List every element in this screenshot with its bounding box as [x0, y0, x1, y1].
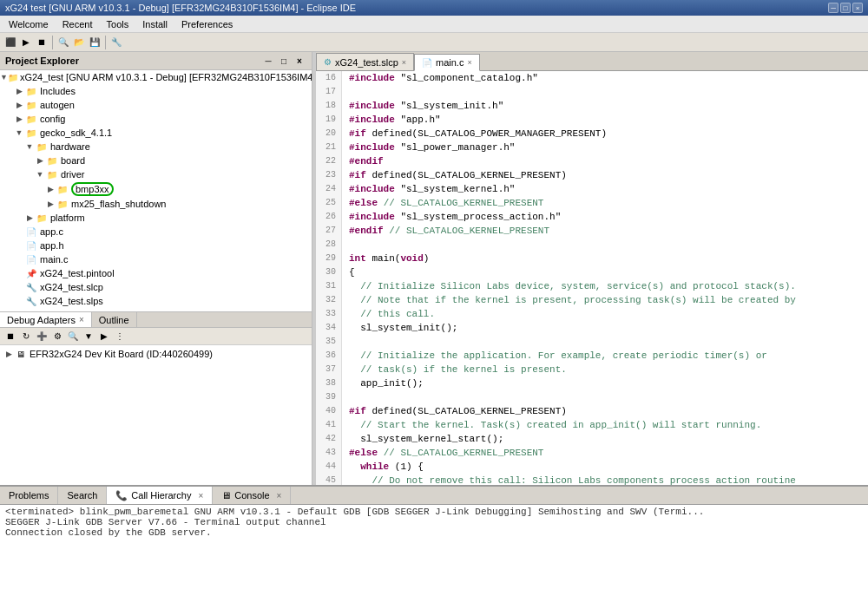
- menu-recent[interactable]: Recent: [56, 17, 100, 31]
- tree-config[interactable]: ▶ 📁 config: [0, 112, 312, 126]
- line-content[interactable]: #include "sl_system_init.h": [342, 99, 868, 113]
- tree-hardware[interactable]: ▼ 📁 hardware: [0, 140, 312, 154]
- line-content[interactable]: int main(void): [342, 252, 868, 265]
- line-content[interactable]: while (1) {: [342, 460, 868, 474]
- search-tab[interactable]: Search: [58, 487, 107, 504]
- line-content[interactable]: #include "app.h": [342, 113, 868, 127]
- line-content[interactable]: #else // SL_CATALOG_KERNEL_PRESENT: [342, 446, 868, 460]
- tab-main-c-close[interactable]: ×: [467, 58, 471, 67]
- line-content[interactable]: #endif // SL_CATALOG_KERNEL_PRESENT: [342, 224, 868, 238]
- line-number: 32: [316, 293, 342, 307]
- config-icon: 📁: [24, 113, 38, 125]
- code-line-42: 42 sl_system_kernel_start();: [316, 432, 868, 446]
- tree-slcp[interactable]: 🔧 xG24_test.slcp: [0, 280, 312, 294]
- line-content[interactable]: // Start the kernel. Task(s) created in …: [342, 418, 868, 432]
- tree-slps[interactable]: 🔧 xG24_test.slps: [0, 294, 312, 308]
- debug-menu-icon[interactable]: ⋮: [113, 330, 127, 344]
- line-content[interactable]: #include "sl_component_catalog.h": [342, 71, 868, 85]
- platform-arrow: ▶: [24, 213, 35, 222]
- problems-tab[interactable]: Problems: [0, 487, 58, 504]
- tab-slcp-close[interactable]: ×: [402, 58, 406, 67]
- tab-main-c[interactable]: 📄 main.c ×: [414, 54, 480, 71]
- line-content[interactable]: [342, 85, 868, 99]
- tab-slcp-label: xG24_test.slcp: [335, 57, 398, 68]
- tree-main-c[interactable]: 📄 main.c: [0, 252, 312, 266]
- console-line-2: SEGGER J-Link GDB Server V7.66 - Termina…: [5, 517, 863, 527]
- line-content[interactable]: // Initialize the application. For examp…: [342, 349, 868, 363]
- tree-includes[interactable]: ▶ 📁 Includes: [0, 84, 312, 98]
- tree-gecko-sdk[interactable]: ▼ 📁 gecko_sdk_4.1.1: [0, 126, 312, 140]
- toolbar-icon-5[interactable]: 📂: [72, 36, 86, 49]
- debug-refresh-icon[interactable]: ↻: [19, 330, 33, 344]
- line-content[interactable]: [342, 390, 868, 404]
- toolbar-icon-3[interactable]: ⏹: [35, 36, 49, 49]
- tree-driver[interactable]: ▼ 📁 driver: [0, 167, 312, 181]
- tree-mx25[interactable]: ▶ 📁 mx25_flash_shutdown: [0, 197, 312, 211]
- main-area: Project Explorer ─ □ × ▼ 📁 xG24_test [GN…: [0, 52, 868, 485]
- debug-expand-icon[interactable]: ▶: [97, 330, 111, 344]
- line-content[interactable]: #include "sl_power_manager.h": [342, 141, 868, 154]
- explorer-close-icon[interactable]: ×: [293, 54, 306, 68]
- line-content[interactable]: #else // SL_CATALOG_KERNEL_PRESENT: [342, 196, 868, 210]
- call-hierarchy-tab[interactable]: 📞 Call Hierarchy ×: [107, 487, 213, 504]
- line-content[interactable]: #endif: [342, 154, 868, 168]
- toolbar-icon-2[interactable]: ▶: [19, 36, 33, 49]
- maximize-button[interactable]: □: [840, 3, 851, 13]
- line-content[interactable]: sl_system_init();: [342, 321, 868, 335]
- tree-app-c[interactable]: 📄 app.c: [0, 225, 312, 239]
- line-content[interactable]: {: [342, 265, 868, 279]
- debug-filter-icon[interactable]: 🔍: [66, 330, 80, 344]
- line-number: 22: [316, 154, 342, 168]
- line-content[interactable]: [342, 335, 868, 349]
- menu-tools[interactable]: Tools: [100, 17, 136, 31]
- line-content[interactable]: [342, 238, 868, 252]
- line-content[interactable]: // Do not remove this call: Silicon Labs…: [342, 474, 868, 485]
- toolbar-icon-4[interactable]: 🔍: [56, 36, 70, 49]
- explorer-maximize-icon[interactable]: □: [277, 54, 291, 68]
- bottom-left-panel: Debug Adapters × Outline ⏹ ↻ ➕ ⚙ 🔍 ▼ ▶ ⋮: [0, 311, 312, 485]
- code-editor[interactable]: 16#include "sl_component_catalog.h"17 18…: [316, 71, 868, 485]
- menu-preferences[interactable]: Preferences: [174, 17, 240, 31]
- line-content[interactable]: // Note that if the kernel is present, p…: [342, 293, 868, 307]
- tree-platform[interactable]: ▶ 📁 platform: [0, 211, 312, 225]
- line-content[interactable]: // task(s) if the kernel is present.: [342, 363, 868, 376]
- tab-slcp[interactable]: ⚙ xG24_test.slcp ×: [316, 53, 414, 70]
- app-c-label: app.c: [40, 226, 63, 237]
- menu-welcome[interactable]: Welcome: [2, 17, 56, 31]
- toolbar-icon-7[interactable]: 🔧: [109, 36, 123, 49]
- tree-board[interactable]: ▶ 📁 board: [0, 154, 312, 167]
- debug-board-item[interactable]: ▶ 🖥 EFR32xG24 Dev Kit Board (ID:44026049…: [3, 347, 308, 361]
- tree-app-h[interactable]: 📄 app.h: [0, 239, 312, 252]
- line-content[interactable]: #include "sl_system_process_action.h": [342, 210, 868, 224]
- menu-install[interactable]: Install: [135, 17, 174, 31]
- tree-autogen[interactable]: ▶ 📁 autogen: [0, 98, 312, 112]
- toolbar-icon-6[interactable]: 💾: [88, 36, 102, 49]
- line-content[interactable]: #if defined(SL_CATALOG_POWER_MANAGER_PRE…: [342, 127, 868, 141]
- debug-stop-icon[interactable]: ⏹: [3, 330, 17, 344]
- debug-add-icon[interactable]: ➕: [35, 330, 49, 344]
- tree-root[interactable]: ▼ 📁 xG24_test [GNU ARM v10.3.1 - Debug] …: [0, 70, 312, 84]
- line-content[interactable]: #include "sl_system_kernel.h": [342, 182, 868, 196]
- line-content[interactable]: #if defined(SL_CATALOG_KERNEL_PRESENT): [342, 404, 868, 418]
- project-tree[interactable]: ▼ 📁 xG24_test [GNU ARM v10.3.1 - Debug] …: [0, 70, 312, 311]
- close-button[interactable]: ×: [852, 3, 863, 13]
- toolbar-icon-1[interactable]: ⬛: [3, 36, 17, 49]
- console-close[interactable]: ×: [277, 491, 282, 501]
- console-tab[interactable]: 🖥 Console ×: [213, 487, 291, 504]
- outline-tab[interactable]: Outline: [92, 312, 137, 327]
- explorer-minimize-icon[interactable]: ─: [261, 54, 275, 68]
- line-content[interactable]: #if defined(SL_CATALOG_KERNEL_PRESENT): [342, 168, 868, 182]
- slcp-label: xG24_test.slcp: [40, 282, 103, 292]
- minimize-button[interactable]: ─: [828, 3, 838, 13]
- call-hierarchy-close[interactable]: ×: [198, 491, 203, 501]
- tree-bmp3xx[interactable]: ▶ 📁 bmp3xx: [0, 181, 312, 197]
- debug-collapse-icon[interactable]: ▼: [82, 330, 95, 344]
- line-content[interactable]: app_init();: [342, 376, 868, 390]
- debug-adapters-close[interactable]: ×: [79, 315, 84, 324]
- line-content[interactable]: sl_system_kernel_start();: [342, 432, 868, 446]
- debug-adapters-tab[interactable]: Debug Adapters ×: [0, 312, 92, 327]
- line-content[interactable]: // this call.: [342, 307, 868, 321]
- line-content[interactable]: // Initialize Silicon Labs device, syste…: [342, 279, 868, 293]
- tree-pintool[interactable]: 📌 xG24_test.pintool: [0, 266, 312, 280]
- debug-settings-icon[interactable]: ⚙: [50, 330, 64, 344]
